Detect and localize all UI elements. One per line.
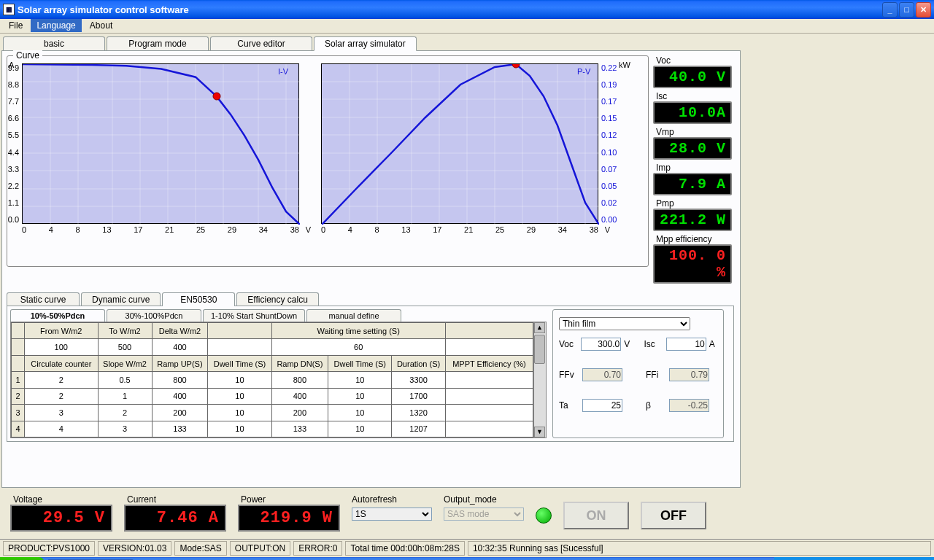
subtab-en50530[interactable]: EN50530 xyxy=(162,292,235,306)
param-ta-label: Ta xyxy=(559,400,579,411)
sas-panel: Curve A 9.98.87.76.65.54.43.32.21.10.0 xyxy=(1,50,741,488)
svg-text:P-V: P-V xyxy=(577,67,591,76)
status-product: PRODUCT:PVS1000 xyxy=(3,541,95,556)
status-led-icon xyxy=(536,508,552,524)
output-mode-label: Output_mode xyxy=(444,494,524,505)
scroll-up-icon[interactable]: ▲ xyxy=(534,322,545,333)
sub-tabs: Static curve Dynamic curve EN50530 Effic… xyxy=(7,292,736,306)
mpp-label: Mpp efficiency xyxy=(653,234,732,244)
tab-basic[interactable]: basic xyxy=(3,36,105,51)
status-error: ERROR:0 xyxy=(293,541,342,556)
table-row[interactable]: 120.580010800103300 xyxy=(12,372,533,388)
menu-about[interactable]: About xyxy=(84,19,118,32)
param-ta-input[interactable] xyxy=(582,399,622,412)
mini-tabs: 10%-50%Pdcn 30%-100%Pdcn 1-10% Start Shu… xyxy=(10,309,547,322)
param-beta-input xyxy=(669,399,709,412)
table-row[interactable]: 44313310133101207 xyxy=(12,421,533,437)
curve-groupbox: Curve A 9.98.87.76.65.54.43.32.21.10.0 xyxy=(7,55,649,267)
table-row[interactable]: 22140010400101700 xyxy=(12,388,533,404)
param-voc-label: Voc xyxy=(559,339,578,349)
off-button[interactable]: OFF xyxy=(641,502,706,529)
vmp-label: Vmp xyxy=(653,127,732,137)
current-label: Current xyxy=(124,494,226,505)
table-scrollbar[interactable]: ▲ ▼ xyxy=(533,322,546,438)
svg-text:I-V: I-V xyxy=(278,67,289,76)
minitab-30-100[interactable]: 30%-100%Pdcn xyxy=(107,309,201,322)
subtab-dynamic-curve[interactable]: Dynamic curve xyxy=(81,292,161,306)
iv-y-axis: 9.98.87.76.65.54.43.32.21.10.0 xyxy=(3,63,19,224)
close-button[interactable]: ✕ xyxy=(916,2,931,18)
tab-program-mode[interactable]: Program mode xyxy=(107,36,209,51)
param-ffi-label: FFi xyxy=(646,370,666,380)
iv-x-unit: V xyxy=(306,225,311,234)
vmp-value: 28.0 V xyxy=(653,137,732,160)
pmp-value: 221.2 W xyxy=(653,209,732,231)
titlebar: ▦ Solar array simulator control software… xyxy=(0,0,934,19)
pv-x-axis: 04813172125293438 xyxy=(321,224,598,234)
pv-x-unit: V xyxy=(605,225,610,234)
en50530-table: From W/m2 To W/m2 Delta W/m2 Waiting tim… xyxy=(11,322,533,438)
imp-value: 7.9 A xyxy=(653,173,732,195)
subtab-efficiency-calc[interactable]: Efficiency calcu xyxy=(236,292,318,306)
en50530-panel: 10%-50%Pdcn 30%-100%Pdcn 1-10% Start Shu… xyxy=(7,306,734,442)
minitab-10-50[interactable]: 10%-50%Pdcn xyxy=(10,309,105,322)
menubar: File Language About xyxy=(0,19,934,34)
param-voc-input[interactable] xyxy=(581,338,621,351)
status-version: VERSION:01.03 xyxy=(98,541,171,556)
current-value: 7.46 A xyxy=(124,505,226,532)
table-row: 100 500 400 60 xyxy=(12,339,533,355)
app-icon: ▦ xyxy=(3,4,15,15)
voc-label: Voc xyxy=(653,55,732,66)
table-row[interactable]: 33220010200101320 xyxy=(12,405,533,421)
svg-point-17 xyxy=(213,93,220,100)
pv-y-axis: 0.220.190.170.150.120.100.070.050.020.00 xyxy=(601,63,623,224)
pv-plot-area: P-V xyxy=(321,63,598,224)
power-value: 219.9 W xyxy=(238,505,340,532)
autorefresh-select[interactable]: 1S xyxy=(352,508,432,521)
minitab-manual-define[interactable]: manual define xyxy=(306,309,401,322)
scroll-down-icon[interactable]: ▼ xyxy=(534,427,545,438)
scroll-thumb[interactable] xyxy=(534,335,545,364)
param-beta-label: β xyxy=(646,400,666,411)
voltage-value: 29.5 V xyxy=(10,505,112,532)
iv-x-axis: 04813172125293438 xyxy=(22,224,299,234)
tech-select[interactable]: Thin film xyxy=(559,317,690,330)
status-running: 10:32:35 Running sas [Sucessful] xyxy=(468,541,931,556)
readouts-panel: Voc40.0 V Isc10.0A Vmp28.0 V Imp7.9 A Pm… xyxy=(653,55,732,287)
iv-chart: A 9.98.87.76.65.54.43.32.21.10.0 I-V xyxy=(22,63,299,234)
isc-value: 10.0A xyxy=(653,101,732,124)
param-isc-label: Isc xyxy=(644,339,663,349)
autorefresh-label: Autorefresh xyxy=(352,494,432,505)
table-row: Circulate counter Slope W/m2 Ramp UP(S) … xyxy=(12,355,533,371)
menu-language[interactable]: Language xyxy=(31,19,81,32)
status-output: OUTPUT:ON xyxy=(230,541,290,556)
isc-label: Isc xyxy=(653,91,732,101)
tab-solar-array-simulator[interactable]: Solar array simulator xyxy=(314,36,417,51)
output-mode-select: SAS mode xyxy=(444,508,524,521)
table-scroll: From W/m2 To W/m2 Delta W/m2 Waiting tim… xyxy=(10,322,547,438)
minitab-1-10-shutdown[interactable]: 1-10% Start ShuntDown xyxy=(203,309,305,322)
subtab-static-curve[interactable]: Static curve xyxy=(7,292,80,306)
tab-curve-editor[interactable]: Curve editor xyxy=(210,36,312,51)
param-ffv-input xyxy=(582,368,622,381)
curve-legend: Curve xyxy=(13,50,42,61)
statusbar: PRODUCT:PVS1000 VERSION:01.03 Mode:SAS O… xyxy=(0,539,934,557)
params-panel: Thin film Voc V Isc A FFv FFi xyxy=(552,309,724,438)
power-label: Power xyxy=(238,494,340,505)
menu-file[interactable]: File xyxy=(3,19,28,32)
voc-value: 40.0 V xyxy=(653,66,732,88)
table-row: From W/m2 To W/m2 Delta W/m2 Waiting tim… xyxy=(12,323,533,339)
imp-label: Imp xyxy=(653,163,732,173)
on-button[interactable]: ON xyxy=(563,502,629,529)
maximize-button[interactable]: □ xyxy=(899,2,914,18)
minimize-button[interactable]: _ xyxy=(882,2,898,18)
main-tabs: basic Program mode Curve editor Solar ar… xyxy=(3,36,933,51)
param-isc-input[interactable] xyxy=(666,338,706,351)
param-ffi-input xyxy=(669,368,709,381)
system-tray: 🔍 🔊 🛡 10:41 xyxy=(774,557,934,560)
iv-plot-area: I-V xyxy=(22,63,299,224)
mpp-value: 100. 0 % xyxy=(653,244,732,284)
bottom-bar: Voltage29.5 V Current7.46 A Power219.9 W… xyxy=(1,489,933,537)
start-button[interactable]: ⊞开始 xyxy=(0,557,45,560)
window-title: Solar array simulator control software xyxy=(18,4,882,15)
